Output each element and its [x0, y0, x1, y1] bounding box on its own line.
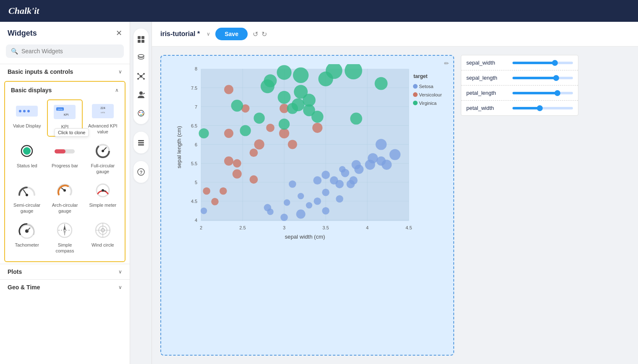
scatter-dot[interactable]: [306, 202, 312, 208]
toolbar-grid-icon[interactable]: [133, 32, 149, 47]
scatter-dot[interactable]: [284, 199, 290, 205]
scatter-dot[interactable]: [322, 207, 329, 215]
widget-item-tachometer[interactable]: Tachometer: [9, 218, 44, 256]
scatter-dot[interactable]: [350, 113, 362, 125]
scatter-dot[interactable]: [376, 139, 387, 150]
scatter-dot[interactable]: [254, 113, 264, 124]
scatter-dot[interactable]: [298, 193, 304, 199]
scatter-dot[interactable]: [352, 160, 361, 169]
slider-track-petal-width[interactable]: [512, 107, 573, 109]
scatter-dot[interactable]: [233, 169, 242, 179]
scatter-dot[interactable]: [224, 85, 233, 94]
scatter-dot[interactable]: [267, 208, 273, 215]
toolbar-nodes-icon[interactable]: [133, 69, 149, 84]
slider-track-petal-length[interactable]: [512, 92, 573, 94]
scatter-dot[interactable]: [382, 160, 392, 170]
scatter-dot[interactable]: [336, 195, 343, 203]
scatter-dot[interactable]: [279, 128, 289, 138]
chevron-down-doc-icon[interactable]: ∨: [207, 31, 210, 37]
scatter-dot[interactable]: [318, 72, 333, 86]
scatter-dot[interactable]: [233, 159, 241, 168]
toolbar-person-icon[interactable]: [133, 87, 149, 102]
scatter-dot[interactable]: [250, 175, 258, 184]
widget-item-status-led[interactable]: Status led: [9, 139, 44, 177]
undo-button[interactable]: ↺: [253, 30, 258, 38]
slider-track-sepal-width[interactable]: [512, 62, 573, 64]
svg-text:4: 4: [195, 218, 197, 223]
scatter-dot[interactable]: [280, 213, 288, 221]
toolbar-group-main: [133, 29, 149, 124]
chart-container[interactable]: ✏: [160, 55, 454, 356]
sidebar-item-geo-time[interactable]: Geo & Time ∨: [0, 279, 130, 295]
scatter-dot[interactable]: [375, 77, 388, 90]
scatter-dot[interactable]: [199, 128, 209, 138]
scatter-dot[interactable]: [231, 100, 243, 112]
svg-point-18: [102, 150, 104, 152]
scatter-dot[interactable]: [322, 171, 330, 179]
toolbar-help-icon[interactable]: ?: [133, 164, 149, 179]
widget-item-kpi[interactable]: 24% KPI KPI Click to clone: [47, 99, 82, 137]
close-icon[interactable]: ✕: [116, 29, 122, 38]
toolbar-palette-icon[interactable]: [133, 106, 149, 121]
edit-chart-icon[interactable]: ✏: [444, 60, 449, 67]
scatter-dot[interactable]: [277, 65, 291, 80]
scatter-dot[interactable]: [264, 74, 277, 87]
scatter-dot[interactable]: [311, 111, 324, 123]
slider-track-sepal-length[interactable]: [512, 77, 573, 79]
svg-point-56: [141, 112, 143, 113]
scatter-dot[interactable]: [288, 140, 297, 149]
sidebar-item-plots[interactable]: Plots ∨: [0, 264, 130, 279]
scatter-dot[interactable]: [289, 180, 296, 188]
scatter-dot[interactable]: [335, 180, 344, 188]
slider-thumb-petal-length[interactable]: [554, 90, 560, 96]
slider-thumb-sepal-width[interactable]: [552, 60, 558, 66]
widget-item-simple-meter[interactable]: Simple meter: [85, 179, 120, 216]
scatter-dot[interactable]: [224, 156, 233, 166]
toolbar-list-icon[interactable]: [133, 135, 149, 150]
scatter-dot[interactable]: [390, 149, 400, 160]
scatter-dot[interactable]: [240, 125, 251, 136]
scatter-dot[interactable]: [313, 176, 322, 185]
search-box[interactable]: 🔍: [6, 44, 124, 58]
scatter-dot[interactable]: [211, 198, 219, 205]
main-layout: Widgets ✕ 🔍 Basic inputs & controls ∨ Ba…: [0, 22, 638, 364]
widget-item-arch-circular-gauge[interactable]: Arch-circular gauge: [47, 179, 82, 216]
scatter-dot[interactable]: [279, 119, 290, 130]
chevron-down-icon-geo: ∨: [118, 284, 122, 290]
scatter-dot[interactable]: [266, 124, 275, 132]
scatter-dot[interactable]: [312, 123, 322, 133]
scatter-dot[interactable]: [278, 91, 291, 104]
scatter-dot[interactable]: [250, 148, 258, 157]
scatter-dot[interactable]: [294, 85, 308, 99]
widget-item-full-circular-gauge[interactable]: Full-circular gauge: [85, 139, 120, 177]
sidebar-item-basic-displays[interactable]: Basic displays ∧: [5, 84, 125, 96]
scatter-dot[interactable]: [220, 187, 227, 195]
toolbar-database-icon[interactable]: [133, 50, 149, 65]
save-button[interactable]: Save: [215, 28, 248, 40]
scatter-dot[interactable]: [287, 103, 298, 114]
sidebar-item-basic-inputs[interactable]: Basic inputs & controls ∨: [0, 64, 130, 79]
scatter-dot[interactable]: [293, 68, 309, 83]
search-input[interactable]: [21, 48, 119, 55]
sidebar-header: Widgets ✕: [0, 22, 130, 44]
scatter-dot[interactable]: [314, 198, 321, 205]
widget-item-wind-circle[interactable]: Wind circle: [85, 218, 120, 256]
scatter-dot[interactable]: [201, 208, 207, 214]
slider-thumb-petal-width[interactable]: [537, 105, 543, 111]
widget-item-value-display[interactable]: Value Display: [9, 99, 44, 137]
widget-item-semi-circular-gauge[interactable]: Semi-circular gauge: [9, 179, 44, 216]
scatter-dot[interactable]: [254, 139, 264, 149]
scatter-dot[interactable]: [341, 169, 349, 177]
widget-item-progress-bar[interactable]: Progress bar: [47, 139, 82, 177]
widget-item-advanced-kpi[interactable]: 224 units Advanced KPI value: [85, 99, 120, 137]
redo-button[interactable]: ↻: [261, 30, 267, 38]
scatter-dot[interactable]: [365, 160, 375, 170]
scatter-dot[interactable]: [296, 210, 306, 219]
slider-thumb-sepal-length[interactable]: [553, 75, 559, 81]
scatter-dot[interactable]: [349, 176, 358, 185]
scatter-dot[interactable]: [224, 129, 233, 138]
scatter-dot[interactable]: [322, 189, 329, 196]
slider-label-sepal-length: sepal_length: [466, 75, 508, 81]
widget-item-simple-compass[interactable]: Simple compass: [47, 218, 82, 256]
scatter-dot[interactable]: [203, 187, 210, 195]
